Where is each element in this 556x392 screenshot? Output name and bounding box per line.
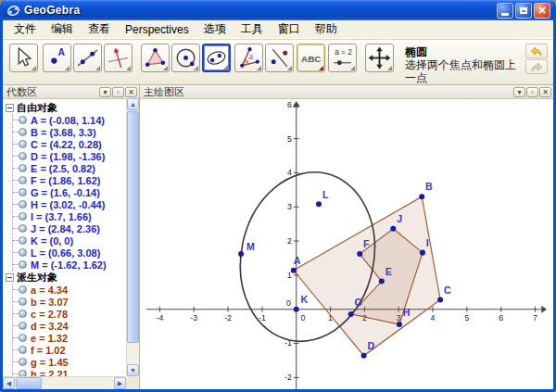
algebra-horizontal-scrollbar[interactable]: ◀ ▶	[3, 376, 126, 389]
graphics-canvas[interactable]: -4-3-2-101234567-2-10123456ABCDEFGHIJKLM	[140, 99, 553, 389]
algebra-item-f[interactable]: f = 1.02	[13, 344, 126, 356]
algebra-item-L[interactable]: L = (0.66, 3.08)	[13, 247, 126, 259]
visibility-marble[interactable]	[19, 334, 27, 342]
visibility-marble[interactable]	[19, 248, 27, 257]
tool-button-reflect[interactable]	[265, 44, 294, 72]
point-M[interactable]	[238, 251, 244, 257]
algebra-item-M[interactable]: M = (-1.62, 1.62)	[13, 259, 126, 271]
point-L[interactable]	[316, 201, 322, 207]
algebra-item-a[interactable]: a = 4.34	[13, 284, 126, 296]
algebra-item-K[interactable]: K = (0, 0)	[13, 234, 126, 247]
scroll-down-button[interactable]: ▼	[127, 364, 139, 376]
scroll-right-button[interactable]: ▶	[114, 377, 126, 389]
visibility-marble[interactable]	[19, 285, 27, 294]
algebra-group-free[interactable]: 自由对象	[6, 101, 126, 114]
point-I[interactable]	[420, 250, 425, 256]
tool-button-circle[interactable]	[171, 44, 200, 72]
visibility-marble[interactable]	[19, 140, 27, 148]
graphics-panel-restore-button[interactable]: ▫	[526, 87, 538, 97]
algebra-item-I[interactable]: I = (3.7, 1.66)	[13, 210, 126, 222]
point-G[interactable]	[348, 311, 354, 317]
tool-button-slider[interactable]: a = 2	[328, 44, 357, 72]
tool-button-text[interactable]: ABC	[297, 44, 325, 72]
visibility-marble[interactable]	[19, 297, 27, 306]
menu-item-1[interactable]: 编辑	[44, 20, 81, 38]
menu-item-4[interactable]: 选项	[196, 20, 234, 38]
point-A[interactable]	[291, 268, 297, 273]
menu-item-0[interactable]: 文件	[6, 20, 44, 38]
graphics-panel-menu-button[interactable]: ▾	[513, 87, 525, 97]
visibility-marble[interactable]	[19, 164, 27, 172]
visibility-marble[interactable]	[19, 188, 27, 196]
visibility-marble[interactable]	[19, 212, 27, 221]
tool-button-line[interactable]	[73, 44, 102, 72]
point-K[interactable]	[294, 307, 299, 312]
tool-button-move-view[interactable]	[365, 44, 394, 72]
algebra-item-e[interactable]: e = 1.32	[13, 332, 126, 344]
point-B[interactable]	[419, 194, 424, 199]
vertical-scroll-thumb[interactable]	[127, 111, 139, 343]
graphics-panel-close-button[interactable]: ✕	[539, 87, 551, 97]
algebra-panel-close-button[interactable]: ✕	[125, 87, 137, 97]
algebra-item-F[interactable]: F = (1.86, 1.62)	[13, 174, 126, 186]
algebra-item-h[interactable]: h = 2.21	[13, 368, 126, 376]
redo-button[interactable]	[525, 59, 548, 74]
point-C[interactable]	[437, 297, 443, 302]
collapse-icon[interactable]	[6, 104, 14, 112]
visibility-marble[interactable]	[19, 236, 27, 245]
algebra-item-G[interactable]: G = (1.6, -0.14)	[13, 186, 126, 198]
algebra-vertical-scrollbar[interactable]: ▲ ▼	[126, 98, 139, 376]
polygon-ABCD[interactable]	[294, 196, 440, 356]
algebra-item-D[interactable]: D = (1.98, -1.36)	[13, 150, 126, 162]
point-D[interactable]	[361, 353, 367, 359]
algebra-panel-menu-button[interactable]: ▾	[99, 87, 111, 97]
minimize-button[interactable]	[497, 3, 513, 19]
tool-button-point[interactable]: A	[43, 44, 71, 72]
menu-item-5[interactable]: 工具	[234, 20, 271, 38]
horizontal-scroll-thumb[interactable]	[16, 377, 42, 389]
algebra-item-g[interactable]: g = 1.45	[13, 356, 126, 368]
tool-button-polygon[interactable]	[141, 44, 170, 72]
visibility-marble[interactable]	[19, 224, 27, 233]
algebra-item-E[interactable]: E = (2.5, 0.82)	[13, 162, 126, 174]
visibility-marble[interactable]	[19, 260, 27, 269]
visibility-marble[interactable]	[19, 346, 27, 354]
scroll-left-button[interactable]: ◀	[3, 377, 15, 389]
menu-item-2[interactable]: 查看	[81, 20, 118, 38]
algebra-item-c[interactable]: c = 2.78	[13, 308, 126, 320]
collapse-icon[interactable]	[6, 273, 14, 282]
visibility-marble[interactable]	[19, 358, 27, 366]
scroll-up-button[interactable]: ▲	[127, 98, 139, 110]
visibility-marble[interactable]	[19, 176, 27, 184]
menu-item-3[interactable]: Perspectives	[118, 22, 196, 37]
visibility-marble[interactable]	[19, 200, 27, 209]
visibility-marble[interactable]	[19, 116, 27, 124]
point-F[interactable]	[357, 251, 362, 257]
point-J[interactable]	[390, 226, 396, 232]
titlebar[interactable]: GeoGebra ✕	[3, 0, 553, 20]
tool-button-ellipse[interactable]	[202, 44, 231, 72]
algebra-item-A[interactable]: A = (-0.08, 1.14)	[13, 114, 126, 126]
tool-button-angle[interactable]: a	[234, 44, 263, 72]
algebra-item-H[interactable]: H = (3.02, -0.44)	[13, 198, 126, 210]
close-button[interactable]: ✕	[534, 3, 550, 19]
algebra-item-B[interactable]: B = (3.68, 3.3)	[13, 126, 126, 138]
visibility-marble[interactable]	[19, 322, 27, 330]
menu-item-7[interactable]: 帮助	[308, 20, 345, 38]
algebra-item-b[interactable]: b = 3.07	[13, 296, 126, 308]
algebra-panel-restore-button[interactable]: ▫	[112, 87, 124, 97]
maximize-button[interactable]	[515, 3, 532, 19]
algebra-group-derived[interactable]: 派生对象	[6, 271, 126, 284]
visibility-marble[interactable]	[19, 128, 27, 136]
tool-button-perpendicular[interactable]	[104, 44, 133, 72]
algebra-item-d[interactable]: d = 3.24	[13, 320, 126, 332]
visibility-marble[interactable]	[19, 152, 27, 160]
undo-button[interactable]	[525, 44, 548, 58]
point-H[interactable]	[397, 322, 402, 327]
tool-button-move[interactable]	[9, 44, 38, 72]
algebra-item-C[interactable]: C = (4.22, 0.28)	[13, 138, 126, 150]
point-E[interactable]	[379, 279, 385, 285]
menu-item-6[interactable]: 窗口	[271, 20, 308, 38]
visibility-marble[interactable]	[19, 370, 27, 376]
visibility-marble[interactable]	[19, 310, 27, 318]
